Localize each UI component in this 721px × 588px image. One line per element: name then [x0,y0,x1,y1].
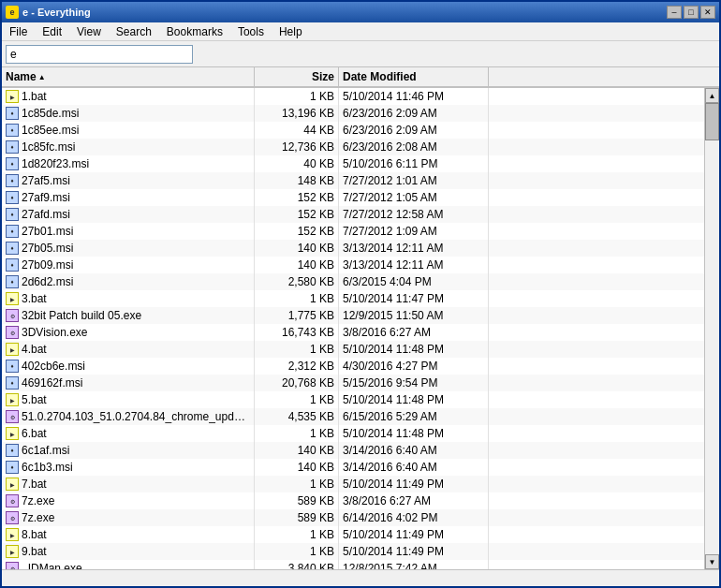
menu-file[interactable]: File [2,23,35,40]
cell-size: 1 KB [255,543,339,560]
cell-size: 140 KB [255,257,339,273]
cell-date: 5/10/2014 11:49 PM [339,543,489,560]
cell-size: 152 KB [255,223,339,240]
exe-icon: ⚙ [6,511,19,524]
toolbar [2,41,719,67]
column-header-size[interactable]: Size [255,67,339,86]
file-row[interactable]: ▶ 8.bat 1 KB 5/10/2014 11:49 PM [2,526,704,543]
cell-name: ♦ 27af5.msi [2,172,255,189]
cell-name: ▶ 3.bat [2,290,255,307]
file-row[interactable]: ♦ 6c1af.msi 140 KB 3/14/2016 6:40 AM [2,442,704,459]
file-row[interactable]: ♦ 6c1b3.msi 140 KB 3/14/2016 6:40 AM [2,459,704,476]
close-button[interactable]: ✕ [700,6,715,19]
menu-search[interactable]: Search [109,23,159,40]
scroll-track[interactable] [705,103,719,554]
cell-date: 6/23/2016 2:09 AM [339,122,489,139]
menu-edit[interactable]: Edit [35,23,69,40]
cell-name: ♦ 1c85de.msi [2,105,255,122]
cell-extra [489,189,704,206]
file-row[interactable]: ♦ 1c85de.msi 13,196 KB 6/23/2016 2:09 AM [2,105,704,122]
cell-extra [489,375,704,391]
menu-bookmarks[interactable]: Bookmarks [159,23,230,40]
cell-date: 3/8/2016 6:27 AM [339,324,489,341]
cell-date: 5/10/2014 11:47 PM [339,290,489,307]
file-name: 27b01.msi [22,225,73,238]
file-list[interactable]: ▶ 1.bat 1 KB 5/10/2014 11:46 PM ♦ 1c85de… [2,88,704,569]
file-name: 6c1af.msi [22,444,69,457]
file-row[interactable]: ⚙ 51.0.2704.103_51.0.2704.84_chrome_upda… [2,408,704,425]
file-name: 1c85ee.msi [22,124,79,137]
file-row[interactable]: ♦ 27af5.msi 148 KB 7/27/2012 1:01 AM [2,172,704,189]
bat-icon: ▶ [6,545,19,558]
file-row[interactable]: ▶ 5.bat 1 KB 5/10/2014 11:48 PM [2,391,704,408]
cell-size: 1 KB [255,425,339,442]
file-row[interactable]: ♦ 27afd.msi 152 KB 7/27/2012 12:58 AM [2,206,704,223]
status-bar [2,569,719,586]
maximize-button[interactable]: □ [684,6,699,19]
exe-icon: ⚙ [6,562,19,569]
window-controls: – □ ✕ [667,6,715,19]
cell-size: 2,580 KB [255,273,339,290]
bat-icon: ▶ [6,427,19,440]
file-row[interactable]: ⚙ 32bit Patch build 05.exe 1,775 KB 12/9… [2,307,704,324]
menu-tools[interactable]: Tools [230,23,272,40]
menu-view[interactable]: View [69,23,109,40]
file-row[interactable]: ▶ 7.bat 1 KB 5/10/2014 11:49 PM [2,476,704,492]
cell-name: ▶ 1.bat [2,88,255,105]
cell-extra [489,391,704,408]
file-row[interactable]: ♦ 402cb6e.msi 2,312 KB 4/30/2016 4:27 PM [2,358,704,375]
cell-date: 5/10/2014 11:48 PM [339,391,489,408]
file-name: 6c1b3.msi [22,461,73,474]
cell-name: ▶ 8.bat [2,526,255,543]
exe-icon: ⚙ [6,326,19,339]
file-row[interactable]: ⚙ 7z.exe 589 KB 3/8/2016 6:27 AM [2,492,704,509]
file-row[interactable]: ♦ 27b01.msi 152 KB 7/27/2012 1:09 AM [2,223,704,240]
file-row[interactable]: ▶ 1.bat 1 KB 5/10/2014 11:46 PM [2,88,704,105]
file-row[interactable]: ♦ 27af9.msi 152 KB 7/27/2012 1:05 AM [2,189,704,206]
scroll-thumb[interactable] [705,103,719,140]
cell-extra [489,476,704,492]
file-row[interactable]: ⚙ 7z.exe 589 KB 6/14/2016 4:02 PM [2,509,704,526]
cell-name: ♦ 27afd.msi [2,206,255,223]
file-name: 6.bat [22,427,47,440]
search-input[interactable] [6,45,193,64]
file-row[interactable]: ▶ 3.bat 1 KB 5/10/2014 11:47 PM [2,290,704,307]
cell-size: 40 KB [255,155,339,172]
menu-help[interactable]: Help [272,23,310,40]
cell-size: 3,840 KB [255,560,339,569]
file-row[interactable]: ♦ 1c85fc.msi 12,736 KB 6/23/2016 2:08 AM [2,139,704,155]
cell-size: 20,768 KB [255,375,339,391]
file-row[interactable]: ♦ 1d820f23.msi 40 KB 5/10/2016 6:11 PM [2,155,704,172]
scroll-down-button[interactable]: ▼ [705,554,719,569]
exe-icon: ⚙ [6,309,19,322]
content-area: Name ▲ Size Date Modified ▶ 1.bat 1 KB 5… [2,67,719,569]
cell-name: ⚙ 32bit Patch build 05.exe [2,307,255,324]
file-row[interactable]: ♦ 27b05.msi 140 KB 3/13/2014 12:11 AM [2,240,704,257]
cell-date: 5/15/2016 9:54 PM [339,375,489,391]
cell-name: ▶ 4.bat [2,341,255,358]
file-row[interactable]: ♦ 469162f.msi 20,768 KB 5/15/2016 9:54 P… [2,375,704,391]
column-header-name[interactable]: Name ▲ [2,67,255,86]
file-row[interactable]: ⚙ 3DVision.exe 16,743 KB 3/8/2016 6:27 A… [2,324,704,341]
file-row[interactable]: ♦ 27b09.msi 140 KB 3/13/2014 12:11 AM [2,257,704,273]
file-row[interactable]: ▶ 6.bat 1 KB 5/10/2014 11:48 PM [2,425,704,442]
bat-icon: ▶ [6,90,19,103]
file-row[interactable]: ⚙ _IDMan.exe 3,840 KB 12/8/2015 7:42 AM [2,560,704,569]
scroll-up-button[interactable]: ▲ [705,88,719,103]
file-row[interactable]: ♦ 1c85ee.msi 44 KB 6/23/2016 2:09 AM [2,122,704,139]
cell-size: 1 KB [255,341,339,358]
cell-extra [489,139,704,155]
cell-extra [489,341,704,358]
file-row[interactable]: ▶ 4.bat 1 KB 5/10/2014 11:48 PM [2,341,704,358]
column-header-date[interactable]: Date Modified [339,67,489,86]
file-row[interactable]: ♦ 2d6d2.msi 2,580 KB 6/3/2015 4:04 PM [2,273,704,290]
file-row[interactable]: ▶ 9.bat 1 KB 5/10/2014 11:49 PM [2,543,704,560]
cell-name: ▶ 5.bat [2,391,255,408]
title-bar: e e - Everything – □ ✕ [2,2,719,22]
vertical-scrollbar[interactable]: ▲ ▼ [704,88,719,569]
title-bar-left: e e - Everything [6,6,91,19]
cell-extra [489,492,704,509]
cell-size: 16,743 KB [255,324,339,341]
minimize-button[interactable]: – [667,6,682,19]
bat-icon: ▶ [6,393,19,406]
